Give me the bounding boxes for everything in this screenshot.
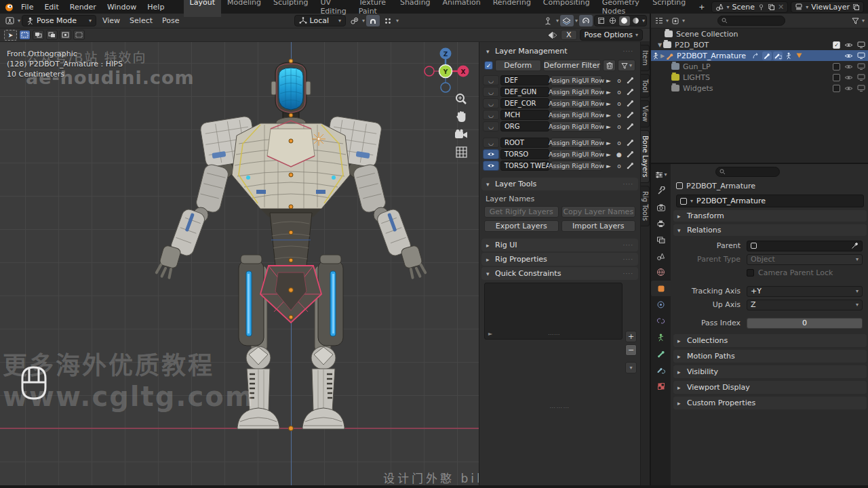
armature-data-icon[interactable] [762, 52, 772, 60]
layer-radio-toggle[interactable]: o [615, 110, 623, 120]
outliner-row-gun[interactable]: Gun_LP [651, 61, 868, 72]
layer-bones-icon[interactable] [625, 161, 635, 171]
menubar-item[interactable]: Edit [39, 1, 64, 13]
select-layer-bones-icon[interactable]: ► [604, 138, 614, 148]
camera-parent-lock-checkbox[interactable] [747, 269, 754, 277]
assign-rigui-row-button[interactable]: Assign RigUI Row [551, 98, 602, 108]
layer-bones-icon[interactable] [625, 149, 635, 159]
properties-panel-header[interactable]: ▸Visibility [673, 365, 867, 378]
hide-eye-icon[interactable] [844, 64, 853, 70]
workspace-tab[interactable]: Layout [184, 0, 221, 17]
layer-radio-toggle[interactable]: o [615, 138, 623, 148]
layer-bones-icon[interactable] [625, 98, 635, 108]
menubar-item[interactable]: Render [64, 1, 102, 13]
viewport-3d[interactable]: Front Orthographic (128) P2DBOT_Armature… [0, 42, 650, 485]
eyedropper-icon[interactable] [851, 242, 859, 249]
properties-panel-header[interactable]: ▸Motion Paths [673, 350, 867, 363]
tab-world[interactable] [651, 264, 671, 280]
import-layers-button[interactable]: Import Layers [561, 220, 636, 232]
collection-checkbox[interactable] [833, 74, 840, 81]
layer-visibility-toggle[interactable]: ◡ [483, 138, 499, 148]
layer-bones-icon[interactable] [625, 75, 635, 85]
workspace-tab[interactable]: UV Editing [314, 0, 352, 17]
export-layers-button[interactable]: Export Layers [484, 220, 559, 232]
select-mode-subtract[interactable] [46, 30, 58, 40]
assign-rigui-row-button[interactable]: Assign RigUI Row [551, 87, 602, 97]
tab-object-data[interactable] [651, 329, 671, 345]
disable-viewport-icon[interactable] [857, 63, 865, 70]
select-layer-bones-icon[interactable]: ► [604, 87, 614, 97]
shading-material-icon[interactable] [619, 16, 630, 26]
view-layer-selector[interactable]: ▾ ViewLayer [791, 1, 864, 13]
add-workspace-button[interactable]: + [693, 1, 710, 13]
disable-viewport-icon[interactable] [857, 85, 865, 92]
outliner-row-lights[interactable]: LIGHTS [651, 72, 868, 83]
hide-eye-icon[interactable] [844, 42, 853, 48]
constraint-specials-button[interactable]: ▾ [625, 362, 637, 373]
pin-icon[interactable] [757, 3, 765, 11]
layer-bones-icon[interactable] [625, 138, 635, 148]
tab-constraints[interactable] [651, 313, 671, 329]
list-resize-grip[interactable]: ⋯⋯ [548, 331, 560, 338]
viewport-menu-item[interactable]: Pose [157, 15, 184, 26]
select-mode-invert[interactable] [60, 30, 71, 40]
list-expand-icon[interactable]: ► [488, 331, 492, 337]
workspace-tab[interactable]: Animation [437, 0, 487, 17]
layer-name-input[interactable]: MCH [500, 110, 549, 120]
shading-wireframe-icon[interactable] [596, 16, 607, 26]
npanel-tab[interactable]: View [641, 100, 650, 127]
assign-rigui-row-button[interactable]: Assign RigUI Row [551, 75, 602, 85]
workspace-tab[interactable]: Texture Paint [353, 0, 394, 17]
outliner-row-p2d-bot[interactable]: ▼ P2D_BOT ✓ [651, 39, 868, 50]
pose-position-icon[interactable] [751, 52, 761, 60]
bone-constraint-icon[interactable] [773, 52, 783, 60]
layer-name-input[interactable]: DEF [500, 75, 549, 85]
pass-index-slider[interactable]: 0 [747, 318, 863, 329]
select-layer-bones-icon[interactable]: ► [604, 121, 614, 131]
tab-physics[interactable] [651, 297, 671, 312]
editor-type-menu[interactable] [3, 15, 16, 26]
constraints-list-box[interactable]: ► ⋯⋯ [484, 283, 623, 340]
relations-panel-header[interactable]: ▾Relations [673, 224, 867, 236]
assign-rigui-row-button[interactable]: Assign RigUI Row [551, 149, 602, 159]
outliner-row-armature[interactable]: ▶ P2DBOT_Armature [651, 50, 868, 61]
deform-checkbox[interactable]: ✓ [484, 61, 493, 70]
get-rigify-layers-button[interactable]: Get Rigify Layers [484, 206, 559, 218]
disable-viewport-icon[interactable] [857, 41, 865, 48]
properties-panel-header[interactable]: ▸Collections [673, 334, 867, 347]
expand-arrow-icon[interactable]: ▶ [659, 53, 666, 59]
assign-rigui-row-button[interactable]: Assign RigUI Row [551, 138, 602, 148]
properties-search-input[interactable] [715, 167, 780, 177]
npanel-tab[interactable]: Bone Layers [641, 130, 650, 183]
mirror-x-button[interactable]: X [561, 30, 577, 40]
disable-viewport-icon[interactable] [857, 74, 865, 81]
layer-radio-toggle[interactable]: o [615, 75, 623, 85]
rig-ui-panel-header[interactable]: ▸Rig UI···· [481, 239, 638, 251]
add-constraint-button[interactable]: + [625, 331, 637, 342]
npanel-tab[interactable]: Tool [641, 74, 650, 98]
outliner-filter-obj-icon[interactable] [671, 17, 679, 25]
ortho-grid-icon[interactable] [453, 144, 469, 160]
workspace-tab[interactable]: Scripting [646, 0, 692, 17]
layer-radio-toggle[interactable]: o [615, 121, 623, 131]
tab-output[interactable] [651, 216, 671, 231]
layer-name-input[interactable]: TORSO [500, 149, 549, 159]
pose-options-dropdown[interactable]: Pose Options▾ [580, 29, 643, 41]
hide-eye-icon[interactable] [844, 75, 853, 81]
viewport-menu-item[interactable]: Select [125, 15, 157, 26]
parent-object-field[interactable] [747, 241, 863, 251]
collection-checkbox[interactable]: ✓ [833, 41, 840, 49]
workspace-tab[interactable]: Sculpting [267, 0, 314, 17]
blender-logo-icon[interactable] [4, 2, 14, 12]
select-layer-bones-icon[interactable]: ► [604, 149, 614, 159]
select-layer-bones-icon[interactable]: ► [604, 110, 614, 120]
outliner-row-scene-collection[interactable]: Scene Collection [651, 28, 868, 39]
workspace-tab[interactable]: Shading [394, 0, 437, 17]
assign-rigui-row-button[interactable]: Assign RigUI Row [551, 121, 602, 131]
layer-visibility-toggle[interactable]: ◡ [483, 98, 499, 108]
scene-selector[interactable]: ▾ Scene ✕ [711, 1, 788, 13]
outliner-search-input[interactable] [717, 16, 785, 26]
workspace-tab[interactable]: Geometry Nodes [596, 0, 646, 17]
layer-bones-icon[interactable] [625, 121, 635, 131]
outliner-row-widgets[interactable]: Widgets [651, 83, 868, 94]
